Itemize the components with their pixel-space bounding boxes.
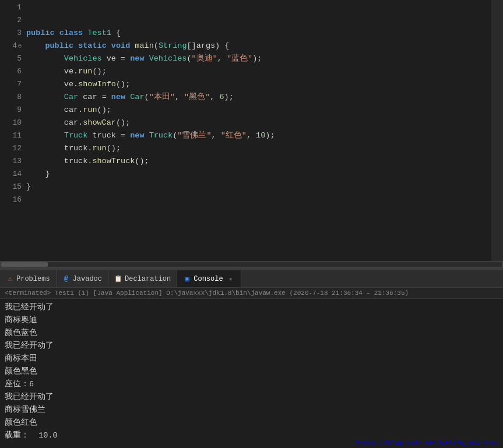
tab-bar: ⚠Problems@Javadoc📋Declaration▣Console✕ — [0, 270, 503, 288]
problems-tab-label: Problems — [16, 275, 50, 283]
console-line: 商标本田 — [5, 352, 498, 365]
code-line-8[interactable]: Car car = new Car("本田", "黑色", 6); — [26, 91, 503, 104]
line-number-8: 8 — [5, 91, 22, 104]
console-line: 颜色黑色 — [5, 365, 498, 378]
console-line: 座位：6 — [5, 378, 498, 391]
line-number-4: 4⊖ — [5, 40, 22, 52]
console-header-text: <terminated> Test1 (1) [Java Application… — [5, 290, 409, 297]
code-line-4[interactable]: public static void main(String[]args) { — [26, 40, 503, 52]
console-line: 我已经开动了 — [5, 340, 498, 352]
code-line-14[interactable]: } — [26, 168, 503, 181]
code-line-13[interactable]: truck.showTruck(); — [26, 155, 503, 168]
line-number-3: 3 — [5, 27, 22, 40]
line-number-10: 10 — [5, 117, 22, 129]
line-number-14: 14 — [5, 168, 22, 181]
horizontal-scrollbar[interactable] — [0, 261, 503, 268]
line-number-6: 6 — [5, 65, 22, 78]
tab-console[interactable]: ▣Console✕ — [177, 270, 241, 287]
console-tab-label: Console — [194, 275, 223, 283]
declaration-tab-icon: 📋 — [114, 275, 122, 283]
declaration-tab-label: Declaration — [125, 275, 171, 283]
console-output[interactable]: 我已经开动了商标奥迪颜色蓝色我已经开动了商标本田颜色黑色座位：6我已经开动了商标… — [0, 299, 503, 439]
code-line-3[interactable]: public class Test1 { — [26, 27, 503, 40]
code-editor: 1234⊖5678910111213141516 public class Te… — [0, 0, 503, 268]
console-line: 颜色红色 — [5, 417, 498, 429]
console-line: 载重： 10.0 — [5, 429, 498, 439]
line-numbers: 1234⊖5678910111213141516 — [0, 0, 26, 261]
tab-javadoc[interactable]: @Javadoc — [57, 270, 108, 287]
code-line-11[interactable]: Truck truck = new Truck("雪佛兰", "红色", 10)… — [26, 129, 503, 142]
line-number-9: 9 — [5, 104, 22, 117]
console-tab-close[interactable]: ✕ — [227, 275, 235, 283]
javadoc-tab-icon: @ — [62, 275, 71, 283]
console-line: 颜色蓝色 — [5, 327, 498, 340]
console-line: 我已经开动了 — [5, 301, 498, 314]
problems-tab-icon: ⚠ — [6, 275, 14, 283]
scrollbar-thumb[interactable] — [1, 262, 48, 267]
code-line-6[interactable]: ve.run(); — [26, 65, 503, 78]
line-number-16: 16 — [5, 193, 22, 206]
code-line-15[interactable]: } — [26, 181, 503, 193]
code-line-16[interactable] — [26, 193, 503, 206]
line-number-2: 2 — [5, 14, 22, 27]
minimap — [491, 0, 503, 261]
code-line-7[interactable]: ve.showInfo(); — [26, 78, 503, 91]
scrollbar-track[interactable] — [1, 262, 502, 267]
code-line-12[interactable]: truck.run(); — [26, 142, 503, 155]
code-lines[interactable]: public class Test1 { public static void … — [26, 0, 503, 261]
javadoc-tab-label: Javadoc — [73, 275, 102, 283]
console-line: 商标雪佛兰 — [5, 404, 498, 417]
line-number-13: 13 — [5, 155, 22, 168]
line-number-1: 1 — [5, 1, 22, 14]
code-line-9[interactable]: car.run(); — [26, 104, 503, 117]
console-panel: <terminated> Test1 (1) [Java Application… — [0, 288, 503, 448]
console-line: 我已经开动了 — [5, 391, 498, 404]
line-number-15: 15 — [5, 181, 22, 193]
code-line-10[interactable]: car.showCar(); — [26, 117, 503, 129]
code-line-5[interactable]: Vehicles ve = new Vehicles("奥迪", "蓝色"); — [26, 52, 503, 65]
console-footer: https://blog.csdn.net/weixin_46511235 — [0, 439, 503, 448]
line-number-11: 11 — [5, 129, 22, 142]
console-line: 商标奥迪 — [5, 314, 498, 327]
tab-declaration[interactable]: 📋Declaration — [108, 270, 177, 287]
tab-problems[interactable]: ⚠Problems — [0, 270, 57, 287]
console-tab-icon: ▣ — [183, 275, 191, 283]
code-line-2[interactable] — [26, 14, 503, 27]
code-line-1[interactable] — [26, 1, 503, 14]
csdn-link[interactable]: https://blog.csdn.net/weixin_46511235 — [356, 440, 498, 447]
line-number-5: 5 — [5, 52, 22, 65]
console-header: <terminated> Test1 (1) [Java Application… — [0, 288, 503, 299]
line-number-12: 12 — [5, 142, 22, 155]
line-number-7: 7 — [5, 78, 22, 91]
